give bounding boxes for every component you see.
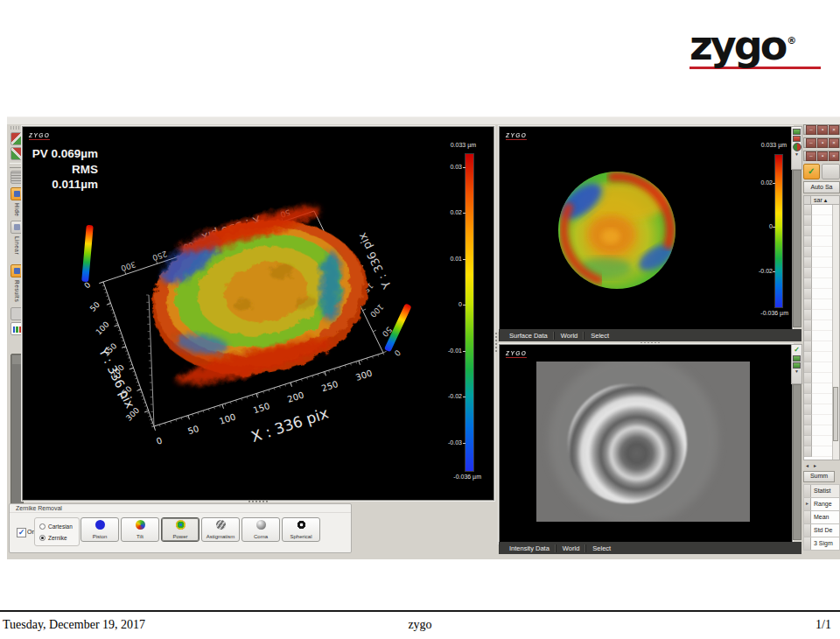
mini-toolbar[interactable]: ✓ ▼ [791, 344, 802, 384]
side-scroll-track[interactable] [793, 170, 802, 327]
row-header-cell[interactable] [804, 394, 812, 404]
mode-option-zernike[interactable]: Zernike [39, 532, 79, 544]
stats-row[interactable]: ▸Range [803, 498, 840, 511]
row-header-cell[interactable] [804, 226, 812, 236]
status-menu-item[interactable]: World [556, 544, 585, 552]
interferogram-plot [500, 346, 791, 542]
measure-icon[interactable] [10, 132, 24, 145]
stats-row[interactable]: Std De [803, 524, 840, 537]
zernike-term-piston[interactable]: Piston [80, 517, 119, 542]
on-checkbox[interactable]: ✓ [17, 528, 26, 537]
minimize-icon[interactable]: – [806, 151, 816, 161]
scroll-left-icon[interactable]: ◂ [806, 462, 808, 468]
row-header-cell[interactable] [804, 310, 812, 320]
radio-icon[interactable] [39, 535, 46, 541]
grid-corner-cell[interactable] [803, 195, 811, 205]
grid-header: sar ▴ [803, 195, 840, 205]
status-menu-item[interactable]: Select [584, 332, 615, 340]
row-header-cell[interactable] [804, 247, 812, 257]
stats-row[interactable]: 3 Sigm [803, 537, 840, 551]
chevron-down-icon[interactable]: ▼ [794, 152, 799, 156]
zernike-removal-panel: Zernike Removal ✓ On CartesianZernike Pi… [9, 503, 352, 553]
scroll-right-icon[interactable]: ▸ [814, 462, 816, 468]
report-icon[interactable] [10, 307, 24, 320]
acquire-icon[interactable] [10, 147, 24, 160]
zernike-term-coma[interactable]: Coma [242, 517, 280, 542]
row-header-cell[interactable] [804, 425, 812, 436]
surface-map-disc [550, 171, 677, 290]
row-header-cell[interactable] [804, 205, 812, 215]
colorbar-gradient [774, 154, 783, 308]
color-mode-icon[interactable] [793, 143, 802, 151]
row-header-cell[interactable] [804, 268, 812, 278]
layout-icon[interactable] [10, 171, 24, 184]
axis-tick-label: 100 [94, 320, 111, 336]
row-header-cell[interactable] [804, 278, 812, 289]
grid-column-header[interactable]: sar ▴ [811, 195, 840, 205]
apply-check-button[interactable]: ✓ [803, 164, 820, 179]
row-header-cell[interactable] [804, 373, 812, 383]
registered-mark: ® [787, 35, 796, 46]
surface-map-viewport: ZYGO [499, 126, 793, 331]
scrollbar-thumb[interactable] [833, 387, 838, 441]
stats-row[interactable]: Mean [803, 511, 840, 524]
summary-tab[interactable]: Summ [803, 471, 835, 482]
clipped-button[interactable] [822, 164, 840, 179]
toolbar-grip[interactable] [10, 126, 23, 130]
zernike-term-power[interactable]: Power [161, 517, 200, 542]
row-header-cell[interactable] [804, 289, 812, 299]
radio-icon[interactable] [39, 523, 46, 530]
row-header-cell[interactable] [804, 436, 812, 446]
pv-value: PV 0.069µm [24, 146, 98, 162]
check-icon[interactable]: ✓ [793, 347, 801, 355]
row-header-cell[interactable] [804, 415, 812, 425]
status-menu-item[interactable]: Intensity Data [503, 544, 556, 552]
row-header-cell[interactable] [804, 236, 812, 247]
axis-tick-label: 50 [186, 424, 200, 436]
row-header-cell[interactable] [804, 383, 812, 394]
status-menu-item[interactable]: Select [585, 544, 617, 552]
minimize-icon[interactable]: – [806, 125, 816, 135]
row-header-cell[interactable] [804, 341, 812, 352]
row-header-cell[interactable] [804, 331, 812, 341]
axis-tick-label: 50 [88, 300, 102, 313]
status-menu-item[interactable]: World [554, 332, 584, 340]
grid-icon[interactable] [793, 129, 801, 135]
side-scroll-track[interactable] [793, 384, 802, 540]
grid-icon[interactable] [793, 355, 801, 362]
close-icon[interactable]: × [829, 151, 839, 161]
results-grid[interactable] [803, 205, 840, 460]
zygo-logo-text: zygo® [690, 23, 822, 64]
close-icon[interactable]: × [829, 125, 839, 135]
status-menu-item[interactable]: Surface Data [503, 332, 554, 340]
grid-red-icon[interactable] [793, 136, 801, 142]
row-header-cell[interactable] [804, 215, 812, 226]
report-footer: Tuesday, December 19, 2017 zygo 1/1 [0, 615, 840, 635]
pin-icon[interactable]: ▪ [817, 138, 828, 148]
pin-icon[interactable]: ▪ [817, 125, 828, 135]
row-header-cell[interactable] [804, 299, 812, 310]
minimize-icon[interactable]: – [806, 138, 816, 148]
zernike-term-spherical[interactable]: Spherical [282, 517, 320, 542]
row-header-cell[interactable] [804, 352, 812, 362]
colorbar-max-label: 0.033 µm [451, 142, 476, 148]
zernike-term-astigmatism[interactable]: Astigmatism [201, 517, 240, 542]
row-header-cell[interactable] [804, 257, 812, 268]
chart-icon[interactable] [10, 322, 24, 335]
row-header-cell[interactable] [804, 320, 812, 331]
row-header-cell[interactable] [804, 446, 812, 457]
mini-toolbar[interactable]: ▼ [791, 126, 802, 170]
auto-save-button[interactable]: Auto Sa [803, 181, 840, 193]
close-icon[interactable]: × [829, 138, 839, 148]
zernike-term-tilt[interactable]: Tilt [121, 517, 159, 542]
row-header-cell[interactable] [804, 362, 812, 373]
row-header-cell[interactable] [804, 404, 812, 415]
grid-scrollbar[interactable] [832, 205, 839, 460]
pin-icon[interactable]: ▪ [817, 151, 828, 161]
footer-title: zygo [0, 618, 840, 632]
mode-option-cartesian[interactable]: Cartesian [39, 521, 79, 532]
grid-icon[interactable] [793, 362, 801, 369]
footer-page-number: 1/1 [816, 618, 831, 632]
collapsed-panel-strip[interactable] [10, 354, 24, 527]
chevron-down-icon[interactable]: ▼ [794, 369, 799, 373]
